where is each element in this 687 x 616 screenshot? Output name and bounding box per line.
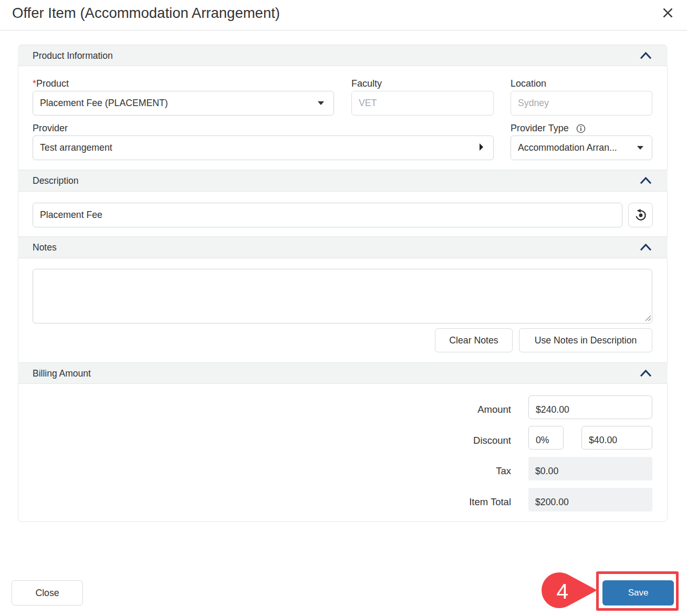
svg-text:4: 4	[557, 579, 569, 603]
